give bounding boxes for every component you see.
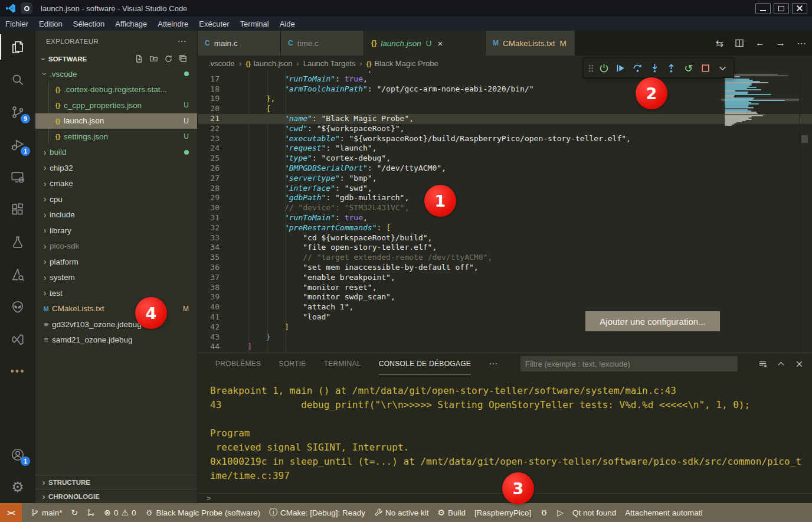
tree-item-settings.json[interactable]: {}settings.jsonU <box>35 129 197 145</box>
menu-affichage[interactable]: Affichage <box>110 17 152 31</box>
breadcrumb-item[interactable]: Black Magic Probe <box>374 59 438 68</box>
statusbar-item-black-magic-probe-software-[interactable]: Black Magic Probe (software) <box>145 508 260 517</box>
debug-step-over-button[interactable] <box>631 61 644 75</box>
activity-settings[interactable]: ⚙ <box>0 471 35 503</box>
panel-tab-terminal[interactable]: TERMINAL <box>324 353 361 374</box>
debug-continue-button[interactable] <box>614 61 627 75</box>
activity-search[interactable] <box>0 63 35 96</box>
open-changes-icon[interactable]: ⇆ <box>716 38 723 49</box>
tree-item-build[interactable]: ›build <box>35 145 197 161</box>
debug-filter-input[interactable] <box>520 356 738 371</box>
code-line-28[interactable]: 28 "interface": "swd", <box>198 184 812 194</box>
statusbar-item--raspberrypico-[interactable]: [RaspberryPico] <box>474 508 531 517</box>
maximize-button[interactable] <box>774 3 789 14</box>
minimap[interactable] <box>725 74 799 351</box>
section-chronologie[interactable]: ›CHRONOLOGIE <box>35 489 197 503</box>
tab-main.c[interactable]: Cmain.c <box>198 31 281 56</box>
add-configuration-button[interactable]: Ajouter une configuration... <box>585 311 720 331</box>
debug-step-into-button[interactable] <box>648 61 661 75</box>
minimize-button[interactable] <box>755 3 771 14</box>
code-line-21[interactable]: 21 "name": "Black Magic Probe", <box>198 114 812 124</box>
section-software[interactable]: › SOFTWARE <box>35 51 197 66</box>
code-line-35[interactable]: 35 // "target extended-remote /dev/ttyAC… <box>198 253 812 263</box>
remote-indicator[interactable]: >< <box>0 503 22 522</box>
sidebar-more-button[interactable]: ⋯ <box>178 36 186 47</box>
activity-testing[interactable] <box>0 226 35 258</box>
section-structure[interactable]: ›STRUCTURE <box>35 475 197 489</box>
statusbar-item-build[interactable]: ⚙Build <box>438 508 466 517</box>
close-panel-icon[interactable] <box>795 360 804 368</box>
tree-item-c_cpp_properties.json[interactable]: {}c_cpp_properties.jsonU <box>35 97 197 113</box>
nav-back-icon[interactable]: ← <box>755 38 765 48</box>
code-line-31[interactable]: 31 "runToMain": true, <box>198 213 812 223</box>
tab-launch.json[interactable]: {}launch.jsonU× <box>364 31 486 56</box>
activity-more[interactable]: ••• <box>0 355 35 388</box>
tree-item-library[interactable]: ›library <box>35 223 197 239</box>
code-line-36[interactable]: 36 "set mem inaccessible-by-default off"… <box>198 263 812 273</box>
code-line-25[interactable]: 25 "type": "cortex-debug", <box>198 154 812 164</box>
statusbar-item[interactable]: ↻ <box>71 508 78 517</box>
code-line-26[interactable]: 26 "BMPGDBSerialPort": "/dev/ttyACM0", <box>198 164 812 174</box>
menu-sélection[interactable]: Sélection <box>68 17 110 31</box>
statusbar-item-cmake-debug-ready[interactable]: ⓘCMake: [Debug]: Ready <box>269 507 365 518</box>
split-editor-icon[interactable] <box>735 38 744 48</box>
tree-item-gd32vf103_ozone.jdebug[interactable]: ≡gd32vf103_ozone.jdebug <box>35 317 197 332</box>
activity-alien-extension[interactable] <box>0 291 35 323</box>
menu-fichier[interactable]: Fichier <box>0 17 34 31</box>
menu-edition[interactable]: Edition <box>34 17 68 31</box>
code-line-39[interactable]: 39 "monitor swdp_scan", <box>198 292 812 302</box>
panel-tab-console-de-débogage[interactable]: CONSOLE DE DÉBOGAGE <box>379 353 471 374</box>
menu-exécuter[interactable]: Exécuter <box>194 17 234 31</box>
debug-restart-button[interactable]: ↺ <box>682 61 695 75</box>
refresh-icon[interactable] <box>164 54 173 63</box>
menu-terminal[interactable]: Terminal <box>235 17 274 31</box>
collapse-all-icon[interactable] <box>179 54 188 63</box>
code-line-19[interactable]: 19 }, <box>198 94 812 104</box>
tree-item-pico-sdk[interactable]: ›pico-sdk <box>35 239 197 255</box>
maximize-panel-icon[interactable] <box>777 360 785 368</box>
tab-CMakeLists.txt[interactable]: MCMakeLists.txtM <box>486 31 575 56</box>
code-line-20[interactable]: 20 { <box>198 104 812 114</box>
tree-item-.vscode[interactable]: ›.vscode <box>35 66 197 82</box>
code-line-34[interactable]: 34 "file open-story-teller.elf", <box>198 243 812 253</box>
tree-item-platform[interactable]: ›platform <box>35 254 197 270</box>
new-folder-icon[interactable] <box>149 54 158 63</box>
code-line-37[interactable]: 37 "enable breakpoint", <box>198 273 812 283</box>
debug-chevron-button[interactable] <box>716 61 729 75</box>
statusbar-item[interactable] <box>87 508 95 517</box>
clear-console-icon[interactable] <box>758 360 767 368</box>
breadcrumb-item[interactable]: launch.json <box>254 59 293 68</box>
activity-explorer[interactable] <box>0 31 35 63</box>
tree-item-launch.json[interactable]: {}launch.jsonU <box>35 113 197 129</box>
debug-stop-button[interactable] <box>699 61 712 75</box>
tab-time.c[interactable]: Ctime.c <box>281 31 364 56</box>
editor-more-icon[interactable]: ⋯ <box>797 38 806 49</box>
nav-forward-icon[interactable]: → <box>776 38 785 48</box>
code-line-27[interactable]: 27 "servertype": "bmp", <box>198 174 812 184</box>
tree-item-samd21_ozone.jdebug[interactable]: ≡samd21_ozone.jdebug <box>35 332 197 348</box>
tree-item-include[interactable]: ›include <box>35 207 197 223</box>
statusbar-item-attachement-automati[interactable]: Attachement automati <box>625 508 702 517</box>
tab-close-icon[interactable]: × <box>437 38 443 48</box>
tree-item-.cortex-debug.registers.stat...[interactable]: {}.cortex-debug.registers.stat... <box>35 82 197 98</box>
statusbar-item[interactable] <box>540 508 548 517</box>
code-line-23[interactable]: 23 "executable": "${workspaceRoot}/build… <box>198 134 812 144</box>
tree-item-cmake[interactable]: ›cmake <box>35 176 197 192</box>
debug-power-button[interactable] <box>597 61 610 75</box>
statusbar-item[interactable]: ⊗0⚠0 <box>104 508 136 517</box>
activity-accounts[interactable]: 1 <box>0 438 35 471</box>
menu-aide[interactable]: Aide <box>274 17 300 31</box>
statusbar-item-main-[interactable]: main* <box>31 508 63 517</box>
code-line-24[interactable]: 24 "request": "launch", <box>198 143 812 154</box>
code-line-29[interactable]: 29 "gdbPath": "gdb-multiarch", <box>198 193 812 203</box>
titlebar-app-icon[interactable] <box>21 2 32 14</box>
drag-handle-icon[interactable] <box>588 64 593 72</box>
breadcrumb-item[interactable]: Launch Targets <box>303 59 356 68</box>
statusbar-item[interactable]: ▷ <box>557 508 564 517</box>
debug-step-out-button[interactable] <box>665 61 678 75</box>
tree-item-cpu[interactable]: ›cpu <box>35 191 197 207</box>
breadcrumb-item[interactable]: .vscode <box>208 59 235 68</box>
panel-tab-sortie[interactable]: SORTIE <box>279 353 306 374</box>
editor-scrollbar[interactable] <box>801 63 808 344</box>
activity-run-debug[interactable]: 1 <box>0 128 35 161</box>
